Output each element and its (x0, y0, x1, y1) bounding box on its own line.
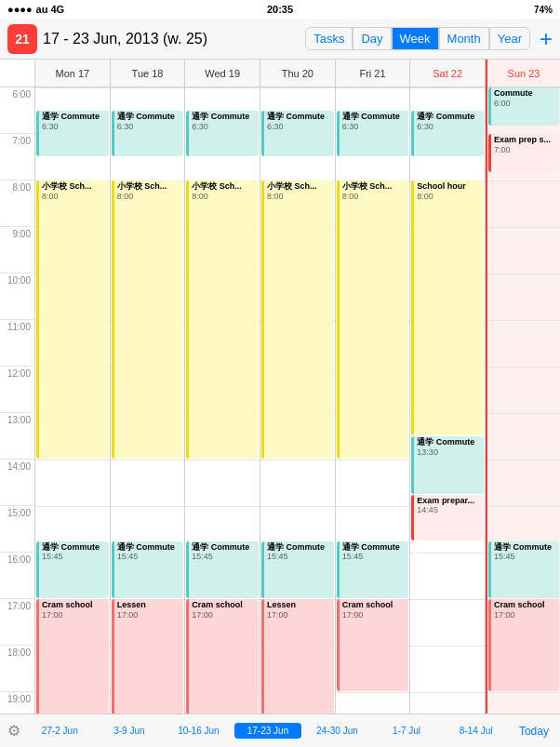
week-nav-3-9[interactable]: 3-9 Jun (96, 723, 164, 739)
day-body-thu[interactable]: 通学 Commute6:30小学校 Sch...8:00通学 Commute15… (260, 87, 335, 714)
day-body-wed[interactable]: 通学 Commute6:30小学校 Sch...8:00通学 Commute15… (185, 87, 260, 714)
time-slot-15: 15:00 (0, 506, 34, 553)
time-slot-12: 12:00 (0, 367, 34, 413)
event-0[interactable]: 通学 Commute6:30 (186, 111, 259, 156)
time-slot-19: 19:00 (0, 692, 34, 714)
event-3[interactable]: Cram school17:00 (186, 599, 259, 714)
time-slot-18: 18:00 (0, 646, 34, 692)
date-icon: 21 (7, 24, 37, 54)
event-1[interactable]: 小学校 Sch...8:00 (261, 180, 334, 459)
week-nav-17-23[interactable]: 17-23 Jun (234, 723, 302, 739)
time-slot-11: 11:00 (0, 320, 34, 367)
calendar-grid: 6:00 7:00 8:00 9:00 10:00 11:00 12:00 13… (0, 60, 560, 714)
event-1[interactable]: School hour8:00 (411, 180, 484, 435)
event-2[interactable]: 通学 Commute15:45 (261, 541, 334, 599)
time-slot-14: 14:00 (0, 460, 34, 506)
day-header-fri: Fri 21 (336, 60, 410, 87)
time-slot-17: 17:00 (0, 599, 34, 646)
day-header-sun: Sun 23 (487, 60, 560, 87)
event-3[interactable]: Lessen17:00 (261, 599, 334, 714)
event-2[interactable]: 通学 Commute15:45 (488, 541, 559, 599)
nav-day[interactable]: Day (353, 27, 391, 50)
calendar-header: 21 17 - 23 Jun, 2013 (w. 25) Tasks Day W… (0, 19, 560, 60)
status-right: 74% (534, 5, 553, 15)
day-col-sun: Sun 23 Commute6:00Exam prep s...7:00通学 C… (486, 60, 560, 714)
time-slot-6: 6:00 (0, 87, 34, 134)
event-1[interactable]: 小学校 Sch...8:00 (186, 180, 259, 459)
nav-month[interactable]: Month (439, 27, 489, 50)
battery-label: 74% (534, 5, 553, 15)
week-nav-8-14[interactable]: 8-14 Jul (442, 723, 510, 739)
event-0[interactable]: 通学 Commute6:30 (411, 111, 484, 156)
time-slot-7: 7:00 (0, 134, 34, 180)
event-3[interactable]: Cram school17:00 (36, 599, 109, 714)
event-1[interactable]: Exam prep s...7:00 (488, 134, 559, 172)
day-body-mon[interactable]: 通学 Commute6:30小学校 Sch...8:00通学 Commute15… (35, 87, 110, 714)
view-switcher: Tasks Day Week Month Year (305, 27, 530, 50)
today-button[interactable]: Today (512, 721, 556, 741)
day-body-fri[interactable]: 通学 Commute6:30小学校 Sch...8:00通学 Commute15… (336, 87, 410, 714)
event-2[interactable]: 通学 Commute15:45 (186, 541, 259, 599)
day-col-fri: Fri 21 通学 Commute6:30小学校 Sch...8:00通学 Co… (336, 60, 411, 714)
event-0[interactable]: 通学 Commute6:30 (112, 111, 184, 156)
time-slot-9: 9:00 (0, 227, 34, 273)
nav-tasks[interactable]: Tasks (305, 27, 353, 50)
day-body-tue[interactable]: 通学 Commute6:30小学校 Sch...8:00通学 Commute15… (111, 87, 185, 714)
day-col-mon: Mon 17 通学 Commute6:30小学校 Sch...8:00通学 Co… (35, 60, 111, 714)
event-1[interactable]: 小学校 Sch...8:00 (36, 180, 109, 459)
event-0[interactable]: 通学 Commute6:30 (36, 111, 109, 156)
day-header-thu: Thu 20 (260, 60, 335, 87)
event-2[interactable]: 通学 Commute15:45 (36, 541, 109, 599)
carrier-label: au 4G (36, 4, 65, 15)
day-body-sat[interactable]: 通学 Commute6:30School hour8:00通学 Commute1… (410, 87, 485, 714)
event-2[interactable]: 通学 Commute15:45 (337, 541, 409, 599)
week-nav-1-7[interactable]: 1-7 Jul (373, 723, 441, 739)
day-col-tue: Tue 18 通学 Commute6:30小学校 Sch...8:00通学 Co… (111, 60, 186, 714)
event-3[interactable]: Cram school17:00 (488, 599, 559, 691)
day-body-sun[interactable]: Commute6:00Exam prep s...7:00通学 Commute1… (487, 87, 560, 714)
header-title: 17 - 23 Jun, 2013 (w. 25) (43, 31, 305, 47)
day-col-thu: Thu 20 通学 Commute6:30小学校 Sch...8:00通学 Co… (260, 60, 336, 714)
event-0[interactable]: 通学 Commute6:30 (261, 111, 334, 156)
day-header-tue: Tue 18 (111, 60, 185, 87)
status-time: 20:35 (267, 4, 293, 15)
week-nav-24-30[interactable]: 24-30 Jun (303, 723, 371, 739)
event-3[interactable]: Exam prepar...14:45 (411, 495, 484, 540)
bottom-nav: ⚙ 27-2 Jun 3-9 Jun 10-16 Jun 17-23 Jun 2… (0, 714, 560, 747)
event-1[interactable]: 小学校 Sch...8:00 (337, 180, 409, 459)
add-event-button[interactable]: + (540, 26, 553, 52)
day-header-sat: Sat 22 (410, 60, 485, 87)
time-slot-10: 10:00 (0, 273, 34, 320)
time-slot-16: 16:00 (0, 553, 34, 599)
time-slot-13: 13:00 (0, 413, 34, 460)
status-left: ●●●● au 4G (7, 4, 64, 15)
week-nav-27-2[interactable]: 27-2 Jun (26, 723, 94, 739)
nav-week[interactable]: Week (392, 27, 439, 50)
time-column: 6:00 7:00 8:00 9:00 10:00 11:00 12:00 13… (0, 60, 35, 714)
event-2[interactable]: 通学 Commute13:30 (411, 436, 484, 494)
event-3[interactable]: Cram school17:00 (337, 599, 409, 691)
signal-dots: ●●●● (7, 4, 33, 15)
event-0[interactable]: Commute6:00 (488, 87, 559, 126)
event-1[interactable]: 小学校 Sch...8:00 (112, 180, 184, 459)
event-2[interactable]: 通学 Commute15:45 (112, 541, 184, 599)
nav-year[interactable]: Year (489, 27, 530, 50)
week-nav-10-16[interactable]: 10-16 Jun (165, 723, 233, 739)
day-header-wed: Wed 19 (185, 60, 260, 87)
event-3[interactable]: Lessen17:00 (112, 599, 184, 714)
days-area: Mon 17 通学 Commute6:30小学校 Sch...8:00通学 Co… (35, 60, 560, 714)
time-header-spacer (0, 60, 34, 87)
day-col-sat: Sat 22 通学 Commute6:30School hour8:00通学 C… (410, 60, 486, 714)
status-bar: ●●●● au 4G 20:35 74% (0, 0, 560, 19)
settings-icon[interactable]: ⚙ (4, 722, 24, 740)
day-header-mon: Mon 17 (35, 60, 110, 87)
time-slot-8: 8:00 (0, 180, 34, 227)
event-0[interactable]: 通学 Commute6:30 (337, 111, 409, 156)
day-col-wed: Wed 19 通学 Commute6:30小学校 Sch...8:00通学 Co… (185, 60, 260, 714)
